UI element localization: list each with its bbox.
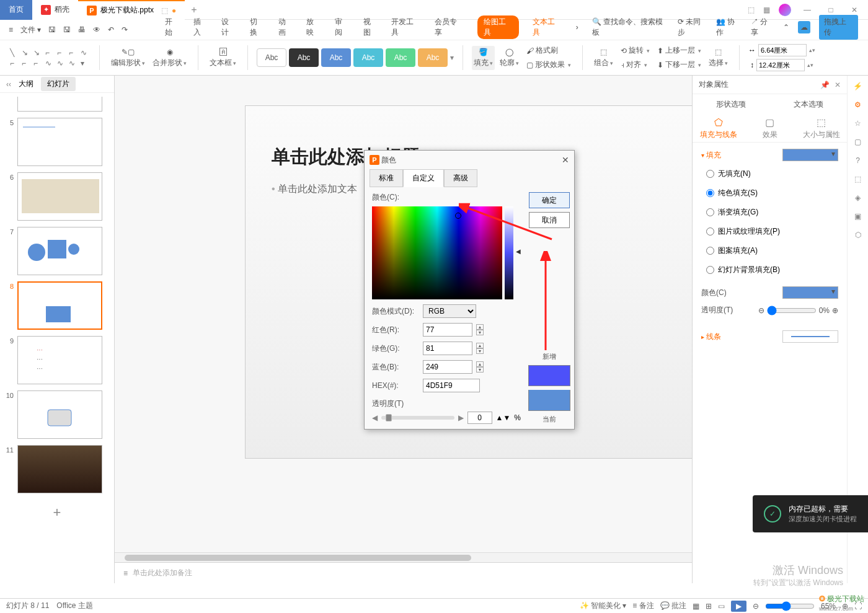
slides-tab[interactable]: 幻灯片 [41, 77, 76, 91]
red-input[interactable] [423, 323, 472, 337]
avatar[interactable] [779, 4, 791, 16]
trans-plus[interactable]: ⊕ [832, 306, 838, 315]
menu-devtools[interactable]: 开发工具 [391, 17, 420, 38]
section-fill-header[interactable]: 填充 [701, 150, 721, 161]
style-gallery[interactable]: Abc Abc Abc Abc Abc Abc ▾ [253, 48, 458, 67]
pin-icon[interactable]: 📌 [820, 81, 830, 89]
send-backward-button[interactable]: ⬇下移一层 [655, 58, 704, 71]
outline-tab[interactable]: 大纲 [19, 79, 33, 89]
fill-button[interactable]: 🪣填充 [472, 46, 495, 70]
trans-right-icon[interactable]: ▶ [458, 413, 464, 422]
close-prop-icon[interactable]: ✕ [835, 81, 841, 89]
dialog-close-button[interactable]: ✕ [562, 155, 569, 165]
tab-home[interactable]: 首页 [0, 0, 32, 20]
subtab-effects[interactable]: ▢效果 [744, 114, 795, 142]
textbox-button[interactable]: 🄰文本框 [207, 46, 239, 69]
horizontal-scrollbar[interactable] [115, 552, 692, 562]
style-3[interactable]: Abc [321, 48, 351, 67]
menu-transition[interactable]: 切换 [250, 17, 265, 38]
menu-text-tools[interactable]: 文本工具 [533, 17, 562, 38]
color-picker-field[interactable] [372, 206, 502, 299]
tab-text-options[interactable]: 文本选项 [770, 94, 848, 114]
view-sorter-icon[interactable]: ⊞ [706, 602, 712, 611]
radio-no-fill[interactable]: 无填充(N) [706, 167, 838, 180]
tab-docker[interactable]: ✦稻壳 [32, 0, 78, 20]
height-input[interactable] [756, 59, 805, 71]
t-down[interactable]: ▼ [503, 413, 510, 422]
align-button[interactable]: ⫞对齐 [618, 58, 652, 71]
merge-shape-button[interactable]: ◉合并形状 [150, 46, 189, 69]
r-down[interactable]: ▼ [476, 330, 484, 335]
section-line-header[interactable]: 线条 [701, 332, 721, 342]
beautify-button[interactable]: ✨ 智能美化 ▾ [580, 601, 627, 611]
file-menu[interactable]: 文件 ▾ [18, 22, 43, 38]
ribbon-collapse-icon[interactable]: ⌃ [783, 23, 789, 32]
radio-picture-fill[interactable]: 图片或纹理填充(P) [706, 225, 838, 238]
g-down[interactable]: ▼ [476, 348, 484, 354]
r-up[interactable]: ▲ [476, 324, 484, 330]
cancel-button[interactable]: 取消 [529, 212, 570, 228]
b-down[interactable]: ▼ [476, 367, 484, 373]
color-picker-swatch[interactable] [782, 286, 838, 299]
menu-design[interactable]: 设计 [221, 17, 236, 38]
fill-color-swatch[interactable] [782, 149, 838, 161]
side-tool-4-icon[interactable]: ▢ [854, 138, 861, 146]
save-as-icon[interactable]: 🖫 [61, 23, 73, 37]
menu-animation[interactable]: 动画 [278, 17, 293, 38]
share-button[interactable]: ↗ 分享 [751, 17, 775, 38]
notes-placeholder[interactable]: 单击此处添加备注 [133, 568, 192, 578]
redo-icon[interactable]: ↷ [119, 23, 130, 37]
subtab-fill-line[interactable]: ⬠填充与线条 [693, 114, 744, 142]
slide-body-placeholder[interactable]: 单击此处添加文本 [272, 183, 357, 196]
search-input[interactable]: 🔍 查找命令、搜索模板 [592, 17, 669, 38]
style-4[interactable]: Abc [353, 48, 383, 67]
print-preview-icon[interactable]: 👁 [91, 23, 103, 37]
slide-thumb-10[interactable] [17, 390, 102, 439]
side-tool-7-icon[interactable]: ◈ [855, 193, 861, 202]
side-help-icon[interactable]: ? [856, 156, 860, 165]
slide-thumb-6[interactable] [17, 172, 102, 221]
rotate-button[interactable]: ⟲旋转 [618, 44, 652, 57]
minimize-button[interactable]: — [800, 6, 815, 14]
style-2[interactable]: Abc [289, 48, 319, 67]
menu-button[interactable]: ≡ [6, 23, 16, 37]
color-mode-select[interactable]: RGB [423, 304, 476, 318]
add-slide-button[interactable]: + [4, 500, 110, 526]
tab-add-button[interactable]: + [185, 4, 203, 15]
slide-thumb-5[interactable] [17, 118, 102, 166]
undo-icon[interactable]: ↶ [105, 23, 117, 37]
menu-view[interactable]: 视图 [363, 17, 378, 38]
notes-button[interactable]: ≡ 备注 [632, 601, 653, 611]
bring-forward-button[interactable]: ⬆上移一层 [655, 44, 704, 57]
trans-minus[interactable]: ⊖ [758, 306, 764, 315]
transparency-thumb[interactable] [386, 414, 392, 421]
slide-thumb-8[interactable] [17, 281, 102, 330]
style-1[interactable]: Abc [257, 48, 286, 67]
save-icon[interactable]: 🖫 [46, 23, 58, 37]
tab-shape-options[interactable]: 形状选项 [693, 94, 770, 114]
picker-cursor[interactable] [455, 213, 461, 219]
tab-custom[interactable]: 自定义 [403, 169, 444, 187]
menu-start[interactable]: 开始 [165, 17, 180, 38]
upload-button[interactable]: 拖拽上传 [819, 15, 858, 40]
side-tool-6-icon[interactable]: ⬚ [854, 175, 861, 183]
print-icon[interactable]: 🖶 [76, 23, 88, 37]
transparency-slider[interactable] [767, 306, 817, 315]
menu-slideshow[interactable]: 放映 [306, 17, 321, 38]
tab-standard[interactable]: 标准 [370, 169, 403, 187]
shape-gallery[interactable]: ╲↘↘⌐⌐⌐∿ ⌐⌐⌐∿∿∿▾ [10, 48, 91, 68]
unsync-button[interactable]: ⟳ 未同步 [678, 17, 707, 38]
style-6[interactable]: Abc [418, 48, 448, 67]
close-window-button[interactable]: ✕ [847, 6, 862, 14]
style-more-icon[interactable]: ▾ [450, 53, 454, 62]
edit-shape-button[interactable]: ✎▢编辑形状 [108, 46, 148, 69]
radio-gradient-fill[interactable]: 渐变填充(G) [706, 206, 838, 219]
menu-review[interactable]: 审阅 [335, 17, 350, 38]
hue-slider[interactable] [505, 206, 513, 299]
b-up[interactable]: ▲ [476, 361, 484, 367]
slide-thumb-9[interactable]: ········· [17, 336, 102, 384]
radio-bg-fill[interactable]: 幻灯片背景填充(B) [706, 263, 838, 276]
collab-button[interactable]: 👥 协作 [716, 17, 742, 38]
memory-warning-toast[interactable]: ✓ 内存已超标，需要深度加速关闭卡慢进程 [753, 495, 868, 532]
shape-effect-button[interactable]: ▢形状效果 [524, 58, 574, 71]
